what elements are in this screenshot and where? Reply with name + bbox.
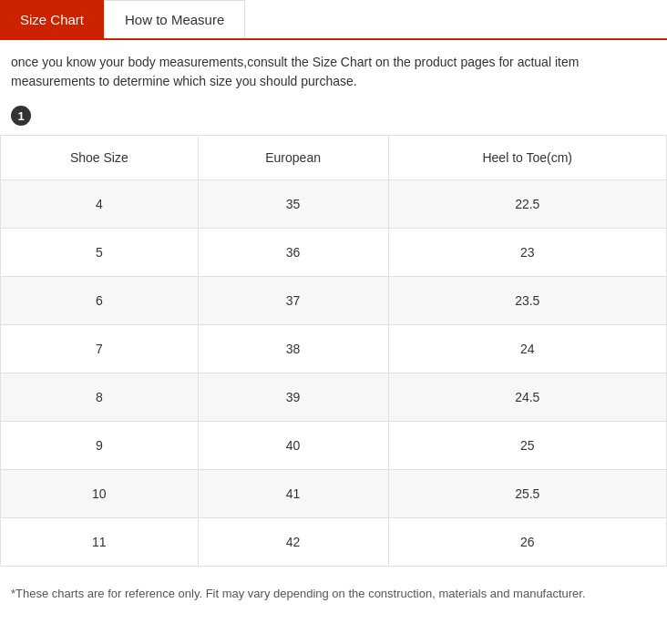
col-header-european: European <box>198 136 388 180</box>
cell-european: 40 <box>198 422 388 470</box>
cell-shoe-size: 10 <box>1 470 199 518</box>
cell-shoe-size: 7 <box>1 325 199 373</box>
table-row: 104125.5 <box>1 470 667 518</box>
cell-heel-to-toe: 25 <box>388 422 667 470</box>
table-row: 83924.5 <box>1 373 667 422</box>
table-header-row: Shoe Size European Heel to Toe(cm) <box>1 136 667 180</box>
cell-shoe-size: 6 <box>1 277 199 325</box>
tabs-container: Size Chart How to Measure <box>0 0 667 40</box>
footnote-text: *These charts are for reference only. Fi… <box>0 576 667 618</box>
col-header-heel-to-toe: Heel to Toe(cm) <box>388 136 667 180</box>
cell-european: 38 <box>198 325 388 373</box>
cell-heel-to-toe: 25.5 <box>388 470 667 518</box>
cell-european: 37 <box>198 277 388 325</box>
table-row: 73824 <box>1 325 667 373</box>
col-header-shoe-size: Shoe Size <box>1 136 199 180</box>
table-row: 63723.5 <box>1 277 667 325</box>
cell-heel-to-toe: 23 <box>388 229 667 277</box>
table-body: 43522.55362363723.57382483924.5940251041… <box>1 180 667 567</box>
step-indicator: 1 <box>0 98 667 135</box>
tab-size-chart[interactable]: Size Chart <box>0 0 104 38</box>
description-text: once you know your body measurements,con… <box>0 40 667 98</box>
cell-european: 42 <box>198 518 388 567</box>
cell-shoe-size: 9 <box>1 422 199 470</box>
tab-how-to-measure[interactable]: How to Measure <box>104 0 245 38</box>
size-table: Shoe Size European Heel to Toe(cm) 43522… <box>0 135 667 567</box>
cell-european: 36 <box>198 229 388 277</box>
cell-shoe-size: 8 <box>1 373 199 422</box>
cell-shoe-size: 11 <box>1 518 199 567</box>
cell-european: 41 <box>198 470 388 518</box>
table-row: 114226 <box>1 518 667 567</box>
table-row: 43522.5 <box>1 180 667 229</box>
cell-european: 39 <box>198 373 388 422</box>
cell-heel-to-toe: 26 <box>388 518 667 567</box>
cell-heel-to-toe: 24 <box>388 325 667 373</box>
table-row: 94025 <box>1 422 667 470</box>
step-number: 1 <box>11 106 31 126</box>
cell-shoe-size: 5 <box>1 229 199 277</box>
cell-heel-to-toe: 23.5 <box>388 277 667 325</box>
cell-heel-to-toe: 22.5 <box>388 180 667 229</box>
cell-heel-to-toe: 24.5 <box>388 373 667 422</box>
cell-european: 35 <box>198 180 388 229</box>
tab-bar: Size Chart How to Measure <box>0 0 667 40</box>
table-row: 53623 <box>1 229 667 277</box>
cell-shoe-size: 4 <box>1 180 199 229</box>
